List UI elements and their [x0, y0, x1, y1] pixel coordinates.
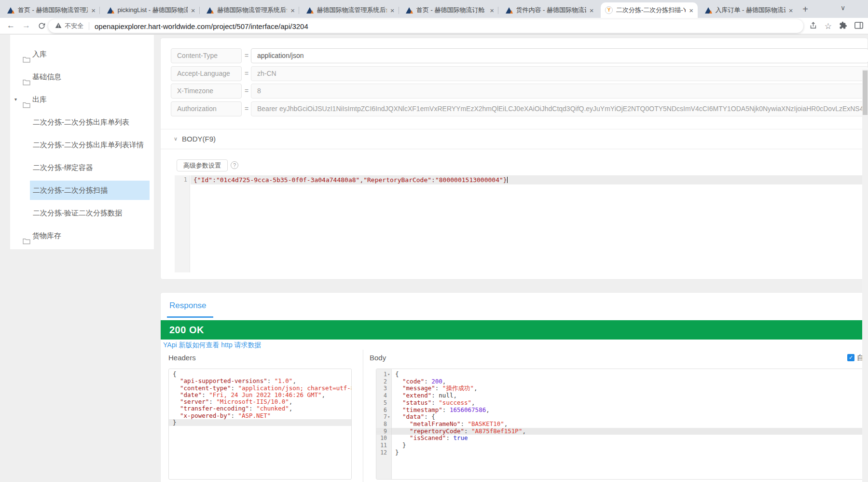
indent [395, 413, 402, 420]
browser-tab[interactable]: 货件内容 - 赫德国际物流订× [501, 2, 598, 18]
fold-arrow-icon[interactable]: ▾ [387, 371, 390, 378]
back-button[interactable]: ← [7, 21, 15, 30]
indent [173, 398, 180, 405]
tab-close-button[interactable]: × [390, 7, 395, 14]
sidebar-item[interactable]: 二次分拣-二次分拣出库单列表详情 [30, 135, 150, 155]
request-body-editor[interactable]: 1 {"Id":"01c4d725-9cca-5b35-0f0f-3a04a74… [175, 175, 868, 272]
tab-close-button[interactable]: × [91, 7, 96, 14]
sidebar-item[interactable]: 基础信息 [10, 67, 154, 86]
tab-title: 赫德国际物流管理系统后台 [317, 6, 387, 14]
browser-tab[interactable]: pickingList - 赫德国际物流× [103, 2, 200, 18]
sidebar-item[interactable]: 二次分拣-验证二次分拣数据 [30, 203, 150, 223]
extensions-puzzle-icon[interactable] [839, 21, 847, 31]
token: "success" [439, 399, 471, 406]
browser-tab[interactable]: 入库订单 - 赫德国际物流订× [701, 2, 798, 18]
collapse-chevron-icon[interactable]: ∨ [174, 129, 178, 149]
token: "8000001513000004" [435, 176, 503, 184]
sidebar-item[interactable]: 货物库存 [10, 226, 154, 245]
fold-arrow-icon[interactable]: ▾ [387, 413, 390, 421]
header-name-input[interactable]: X-Timezone [171, 84, 242, 99]
equals-sign: = [245, 84, 248, 99]
token: , [322, 391, 326, 398]
token: "ASP.NET" [238, 412, 271, 419]
tab-close-button[interactable]: × [490, 7, 494, 14]
new-tab-button[interactable]: + [799, 3, 812, 16]
token: , [289, 398, 293, 405]
side-panel-icon[interactable] [854, 22, 863, 31]
page-scrollbar[interactable] [862, 70, 868, 482]
forward-button[interactable]: → [22, 21, 30, 30]
token: } [395, 449, 399, 456]
tab-title: 首页 - 赫德国际物流订舱 [416, 6, 486, 14]
browser-tab[interactable]: 首页 - 赫德国际物流订舱× [401, 2, 498, 18]
share-icon[interactable] [809, 21, 817, 31]
header-value-input[interactable]: Bearer eyJhbGciOiJSUzI1NiIsImtpZCI6IndJQ… [251, 101, 868, 116]
tab-search-chevron-icon[interactable]: ∨ [840, 4, 845, 12]
tab-close-button[interactable]: × [590, 7, 594, 14]
json-line: 8 "metalFrameNo": "BASKET10", [376, 421, 868, 428]
indent [395, 399, 402, 406]
yapi-help-link[interactable]: YApi 新版如何查看 http 请求数据 [163, 341, 262, 350]
json-line: 11 } [376, 442, 868, 449]
bookmark-star-icon[interactable]: ☆ [825, 21, 832, 31]
header-name-input[interactable]: Accept-Language [171, 66, 242, 81]
json-line: } [169, 419, 351, 426]
sidebar-item[interactable]: 二次分拣-二次分拣扫描 [30, 181, 150, 200]
scrollbar-thumb[interactable] [863, 71, 868, 115]
indent [173, 377, 180, 384]
auto-checkbox[interactable]: ✓ [847, 354, 854, 361]
equals-sign: = [245, 101, 248, 116]
header-name-input[interactable]: Content-Type [171, 48, 242, 63]
tab-close-button[interactable]: × [290, 7, 295, 14]
sidebar-item[interactable]: ▾出库 [10, 90, 154, 109]
json-line: 5 "status": "success", [376, 399, 868, 407]
api-sidebar: 入库基础信息▾出库二次分拣-二次分拣出库单列表二次分拣-二次分拣出库单列表详情二… [10, 35, 154, 249]
editor-active-line[interactable]: {"Id":"01c4d725-9cca-5b35-0f0f-3a04a7448… [191, 175, 868, 184]
address-bar[interactable]: 不安全 openapiexplorer.hart-worldwide.com/p… [48, 19, 803, 33]
help-icon[interactable]: ? [231, 161, 238, 169]
token: "content-type" [180, 384, 231, 392]
header-name-input[interactable]: Authorization [171, 101, 242, 116]
yapi-favicon-icon: Y [605, 6, 613, 14]
token: true [453, 434, 468, 441]
token: } [173, 419, 177, 426]
line-number: 1 [175, 175, 187, 184]
body-section-label: BODY(F9) [182, 129, 216, 149]
reload-icon[interactable] [38, 22, 46, 32]
browser-tab[interactable]: 赫德国际物流管理系统后台× [202, 2, 299, 18]
tab-close-button[interactable]: × [689, 7, 693, 14]
tab-close-button[interactable]: × [191, 7, 195, 14]
caret-down-icon[interactable]: ▾ [14, 90, 17, 109]
token: "data" [402, 413, 424, 420]
token: "extend" [402, 392, 431, 399]
header-value-input[interactable]: application/json [251, 48, 868, 63]
token: : [446, 434, 453, 441]
browser-tab[interactable]: 赫德国际物流管理系统后台× [302, 2, 399, 18]
token: : [212, 176, 216, 184]
line-number: 5 [376, 399, 387, 407]
indent [395, 378, 402, 385]
tab-response[interactable]: Response [169, 301, 207, 311]
hart-favicon-icon [506, 7, 513, 14]
response-headers-viewer[interactable]: { "api-supported-versions": "1.0", "cont… [168, 369, 352, 480]
browser-tab[interactable]: 首页 - 赫德国际物流管理系× [3, 2, 100, 18]
advanced-params-button[interactable]: 高级参数设置 [177, 159, 228, 171]
hart-favicon-icon [406, 7, 413, 14]
token: : { [424, 413, 435, 420]
token: "x-powered-by" [180, 412, 231, 419]
json-line: "transfer-encoding": "chunked", [169, 405, 351, 412]
token: : [431, 399, 439, 406]
sidebar-item-label: 二次分拣-二次分拣出库单列表 [33, 118, 129, 126]
browser-tab[interactable]: Y二次分拣-二次分拣扫描-YA× [601, 2, 698, 18]
token: } [402, 441, 406, 449]
sidebar-item[interactable]: 二次分拣-二次分拣出库单列表 [30, 113, 150, 132]
header-value-input[interactable]: zh-CN [251, 66, 868, 81]
header-value-input[interactable]: 8 [251, 84, 868, 99]
body-section-header[interactable]: ∨ BODY(F9) [161, 129, 868, 149]
sidebar-item[interactable]: 入库 [10, 44, 154, 64]
sidebar-item[interactable]: 二次分拣-绑定容器 [30, 158, 150, 177]
token: "metalFrameNo" [410, 420, 460, 427]
tab-close-button[interactable]: × [789, 7, 793, 14]
response-body-viewer[interactable]: 1▾{2 "code": 200,3 "message": "操作成功",4 "… [376, 369, 868, 480]
json-line: 3 "message": "操作成功", [376, 385, 868, 392]
